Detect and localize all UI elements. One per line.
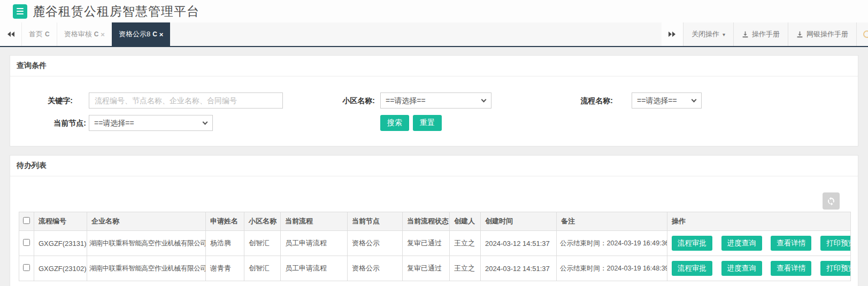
current-node-label: 当前节点: xyxy=(10,115,86,131)
progress-query-button[interactable]: 进度查询 xyxy=(721,236,762,251)
chevron-down-icon: ▾ xyxy=(723,32,725,37)
tab-label: 资格审核 xyxy=(64,29,92,39)
col-current-node: 当前节点 xyxy=(348,212,403,231)
bank-operation-manual-link[interactable]: 网银操作手册 xyxy=(788,22,856,46)
view-details-button[interactable]: 查看详情 xyxy=(771,236,811,251)
keyword-input[interactable] xyxy=(89,92,283,109)
select-all-checkbox[interactable] xyxy=(23,217,30,224)
table-row: GXGZF(23102) 湖南中联重科智能高空作业机械有限公司 谢青青 创智汇 … xyxy=(19,256,851,281)
cell-company: 湖南中联重科智能高空作业机械有限公司 xyxy=(87,231,206,256)
progress-query-button[interactable]: 进度查询 xyxy=(721,261,762,276)
col-remark: 备注 xyxy=(557,212,667,231)
col-process-status: 当前流程状态 xyxy=(403,212,450,231)
close-tab-icon[interactable]: × xyxy=(159,30,164,38)
col-creator: 创建人 xyxy=(450,212,481,231)
node-select[interactable]: ==请选择== xyxy=(89,115,213,131)
operation-manual-label: 操作手册 xyxy=(752,29,780,39)
download-icon xyxy=(742,31,749,38)
tab-qualification-review[interactable]: 资格审核 C × xyxy=(57,22,112,46)
cell-applicant: 谢青青 xyxy=(206,256,244,281)
community-select-wrap: ==请选择== xyxy=(380,92,491,109)
community-select[interactable]: ==请选择== xyxy=(380,92,491,109)
process-approve-button[interactable]: 流程审批 xyxy=(672,236,712,251)
tab-bar: 首页 C 资格审核 C × 资格公示8 C × 关闭操作 ▾ 操作手册 网银操作… xyxy=(0,22,868,47)
cell-creator: 王立之 xyxy=(450,256,481,281)
cell-applicant: 杨浩腾 xyxy=(206,231,244,256)
double-right-arrow-icon xyxy=(669,32,672,37)
cell-process-status: 复审已通过 xyxy=(403,256,450,281)
process-name-label: 流程名称: xyxy=(543,92,613,109)
refresh-tab-icon[interactable]: C xyxy=(45,30,50,38)
col-community: 小区名称 xyxy=(244,212,281,231)
expand-tabs-icon[interactable] xyxy=(662,22,683,46)
col-created-at: 创建时间 xyxy=(481,212,557,231)
node-select-wrap: ==请选择== xyxy=(89,115,213,131)
cell-created-at: 2024-03-12 14:51:37 xyxy=(481,231,557,256)
partial-user-icon[interactable] xyxy=(856,22,868,46)
cell-current-process: 员工申请流程 xyxy=(281,256,348,281)
cell-creator: 王立之 xyxy=(450,231,481,256)
cell-current-process: 员工申请流程 xyxy=(281,231,348,256)
download-icon xyxy=(796,31,803,38)
bank-operation-manual-label: 网银操作手册 xyxy=(806,29,848,39)
col-process-no: 流程编号 xyxy=(34,212,87,231)
close-operations-dropdown[interactable]: 关闭操作 ▾ xyxy=(683,22,733,46)
app-header: 麓谷租赁公租房智慧管理平台 xyxy=(0,0,868,22)
hamburger-menu-icon[interactable] xyxy=(13,4,27,19)
print-preview-button[interactable]: 打印预览 xyxy=(820,261,851,276)
cell-process-status: 复审已通过 xyxy=(403,231,450,256)
refresh-tab-icon[interactable]: C xyxy=(152,30,157,38)
tab-home[interactable]: 首页 C xyxy=(21,22,57,46)
col-actions: 操作 xyxy=(667,212,851,231)
col-applicant: 申请姓名 xyxy=(206,212,244,231)
cell-process-no: GXGZF(23131) xyxy=(34,231,87,256)
todo-panel-title: 待办列表 xyxy=(10,156,858,176)
collapse-tabs-icon[interactable] xyxy=(0,22,21,46)
page-title: 麓谷租赁公租房智慧管理平台 xyxy=(33,3,199,20)
search-button[interactable]: 搜索 xyxy=(380,115,409,131)
process-select[interactable]: ==请选择== xyxy=(632,92,702,109)
process-approve-button[interactable]: 流程审批 xyxy=(672,261,712,276)
col-company: 企业名称 xyxy=(87,212,206,231)
double-left-arrow-icon xyxy=(7,32,11,37)
cell-community: 创智汇 xyxy=(244,231,281,256)
keyword-label: 关键字: xyxy=(10,92,73,109)
refresh-tab-icon[interactable]: C xyxy=(94,30,99,38)
community-name-label: 小区名称: xyxy=(305,92,375,109)
cell-current-node: 资格公示 xyxy=(348,231,403,256)
cell-company: 湖南中联重科智能高空作业机械有限公司 xyxy=(87,256,206,281)
cell-remark: 公示结束时间：2024-03-19 16:49:36 xyxy=(557,231,667,256)
operation-manual-link[interactable]: 操作手册 xyxy=(733,22,788,46)
query-panel-title: 查询条件 xyxy=(10,56,858,76)
reset-button[interactable]: 重置 xyxy=(413,115,442,131)
table-header-row: 流程编号 企业名称 申请姓名 小区名称 当前流程 当前节点 当前流程状态 创建人… xyxy=(19,212,851,231)
view-details-button[interactable]: 查看详情 xyxy=(771,261,811,276)
main-content: 查询条件 关键字: 小区名称: ==请选择== 流程名称: ==请选择== 当前… xyxy=(0,47,868,286)
query-buttons: 搜索 重置 xyxy=(380,115,442,131)
close-tab-icon[interactable]: × xyxy=(101,30,105,38)
cell-remark: 公示结束时间：2024-03-19 16:48:39 xyxy=(557,256,667,281)
row-checkbox[interactable] xyxy=(23,264,30,271)
cell-community: 创智汇 xyxy=(244,256,281,281)
table-row: GXGZF(23131) 湖南中联重科智能高空作业机械有限公司 杨浩腾 创智汇 … xyxy=(19,231,851,256)
tab-label: 资格公示8 xyxy=(119,29,150,39)
cell-created-at: 2024-03-12 14:51:37 xyxy=(481,256,557,281)
todo-body: 流程编号 企业名称 申请姓名 小区名称 当前流程 当前节点 当前流程状态 创建人… xyxy=(10,176,858,286)
refresh-icon xyxy=(827,197,835,205)
tab-label: 首页 xyxy=(29,29,43,39)
process-select-wrap: ==请选择== xyxy=(632,92,702,109)
refresh-table-button[interactable] xyxy=(823,192,840,210)
cell-current-node: 资格公示 xyxy=(348,256,403,281)
query-form: 关键字: 小区名称: ==请选择== 流程名称: ==请选择== 当前节点: =… xyxy=(10,76,858,146)
col-current-process: 当前流程 xyxy=(281,212,348,231)
print-preview-button[interactable]: 打印预览 xyxy=(820,236,851,251)
todo-list-panel: 待办列表 流程编号 企业 xyxy=(10,155,858,286)
table-toolbar xyxy=(19,176,849,212)
row-checkbox[interactable] xyxy=(23,239,30,246)
todo-table: 流程编号 企业名称 申请姓名 小区名称 当前流程 当前节点 当前流程状态 创建人… xyxy=(19,212,851,281)
query-conditions-panel: 查询条件 关键字: 小区名称: ==请选择== 流程名称: ==请选择== 当前… xyxy=(10,55,858,146)
cell-actions: 流程审批 进度查询 查看详情 打印预览 xyxy=(667,256,851,281)
cell-actions: 流程审批 进度查询 查看详情 打印预览 xyxy=(667,231,851,256)
close-operations-label: 关闭操作 xyxy=(692,29,719,39)
tab-qualification-publicity[interactable]: 资格公示8 C × xyxy=(112,22,171,46)
